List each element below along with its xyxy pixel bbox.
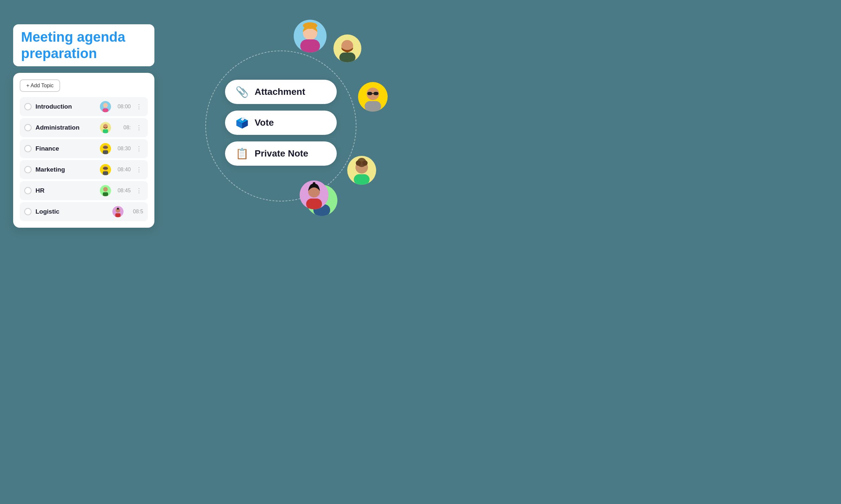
radio-button[interactable]	[24, 145, 32, 152]
topic-name: HR	[35, 187, 96, 194]
add-topic-button[interactable]: + Add Topic	[20, 79, 60, 92]
time-label: 08:45	[115, 188, 131, 194]
more-options[interactable]: ⋮	[135, 145, 143, 152]
topic-name: Introduction	[35, 103, 96, 110]
action-cards: 📎 Attachment 🗳️ Vote 📋 Private Note	[225, 80, 337, 172]
svg-rect-13	[115, 213, 121, 217]
avatar-curly-hair	[347, 156, 376, 185]
avatar-dark-hair-woman	[299, 180, 328, 209]
agenda-item: Finance 08:30 ⋮	[20, 139, 148, 158]
agenda-card: + Add Topic Introduction 08:00 ⋮ Adminis…	[13, 73, 154, 228]
svg-point-10	[103, 187, 108, 192]
attachment-card[interactable]: 📎 Attachment	[225, 80, 337, 104]
svg-rect-26	[354, 174, 370, 185]
agenda-item: Introduction 08:00 ⋮	[20, 97, 148, 116]
more-options[interactable]: ⋮	[135, 124, 143, 131]
left-panel: Meeting agenda preparation + Add Topic I…	[13, 24, 154, 228]
svg-point-29	[362, 160, 367, 166]
avatar	[100, 185, 111, 196]
svg-point-28	[356, 160, 361, 166]
svg-rect-33	[306, 199, 322, 209]
page-title: Meeting agenda preparation	[13, 24, 154, 67]
more-options[interactable]: ⋮	[135, 103, 143, 110]
time-label: 08:30	[115, 146, 131, 151]
svg-rect-5	[103, 150, 108, 154]
svg-point-17	[303, 22, 317, 29]
attachment-label: Attachment	[255, 87, 305, 97]
avatar	[100, 101, 111, 112]
more-options[interactable]: ⋮	[135, 166, 143, 173]
svg-rect-22	[367, 92, 372, 95]
svg-point-9	[103, 167, 108, 169]
svg-rect-1	[103, 108, 108, 112]
radio-button[interactable]	[24, 103, 32, 110]
topic-name: Finance	[35, 145, 96, 152]
svg-rect-23	[374, 92, 378, 95]
note-icon: 📋	[236, 147, 249, 160]
radio-button[interactable]	[24, 166, 32, 173]
avatar-bearded-man	[333, 34, 361, 62]
topic-name: Marketing	[35, 166, 96, 173]
private-note-card[interactable]: 📋 Private Note	[225, 141, 337, 166]
agenda-item: HR 08:45 ⋮	[20, 181, 148, 200]
radio-button[interactable]	[24, 208, 32, 215]
avatar-sunglasses	[358, 82, 388, 111]
svg-point-6	[103, 146, 108, 149]
avatar	[100, 143, 111, 154]
svg-rect-14	[117, 208, 119, 210]
time-label: 08:00	[115, 104, 131, 110]
avatar-blonde-woman	[294, 20, 327, 53]
time-label: 08:	[115, 125, 131, 131]
vote-label: Vote	[255, 118, 274, 128]
vote-icon: 🗳️	[236, 116, 249, 129]
avatar	[100, 164, 111, 175]
svg-rect-3	[103, 129, 108, 133]
topic-name: Logistic	[35, 208, 108, 215]
more-options[interactable]: ⋮	[135, 187, 143, 194]
svg-rect-21	[365, 101, 381, 111]
private-note-label: Private Note	[255, 148, 308, 159]
topic-name: Administration	[35, 124, 96, 131]
radio-button[interactable]	[24, 187, 32, 194]
avatar	[100, 122, 111, 133]
time-label: 08:5	[127, 209, 143, 215]
main-wrapper: Meeting agenda preparation + Add Topic I…	[0, 0, 420, 252]
svg-rect-16	[300, 39, 320, 53]
agenda-item: Marketing 08:40 ⋮	[20, 160, 148, 179]
svg-rect-19	[339, 53, 356, 62]
attachment-icon: 📎	[236, 86, 249, 98]
radio-button[interactable]	[24, 124, 32, 131]
svg-point-0	[103, 103, 108, 108]
agenda-item: Administration 08: ⋮	[20, 118, 148, 137]
avatar	[113, 206, 123, 217]
time-label: 08:40	[115, 167, 131, 173]
svg-rect-8	[103, 171, 108, 175]
right-area: 📎 Attachment 🗳️ Vote 📋 Private Note	[154, 10, 407, 242]
svg-rect-34	[313, 182, 315, 185]
svg-rect-11	[103, 192, 108, 196]
agenda-list: Introduction 08:00 ⋮ Administration 08: …	[20, 97, 148, 221]
vote-card[interactable]: 🗳️ Vote	[225, 111, 337, 135]
agenda-item: Logistic 08:5	[20, 202, 148, 221]
